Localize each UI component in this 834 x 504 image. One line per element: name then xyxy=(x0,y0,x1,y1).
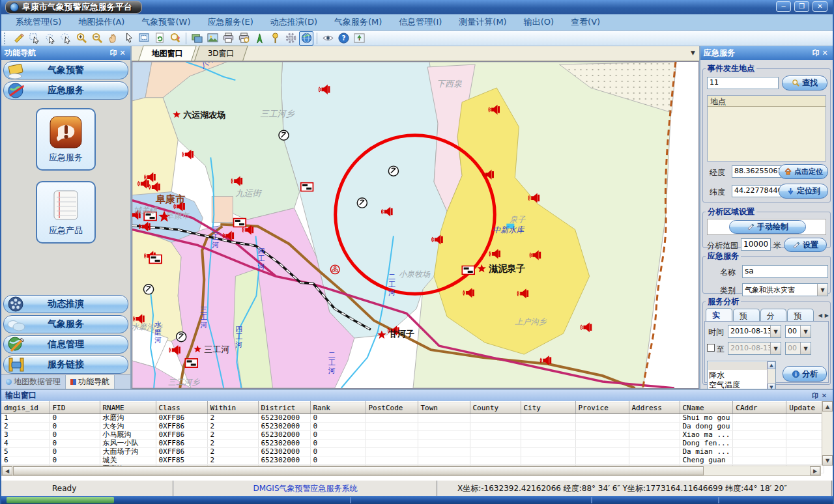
hour-combobox[interactable]: 00▼ xyxy=(785,325,811,338)
scroll-right-icon[interactable]: ▶ xyxy=(810,466,820,475)
type-combobox[interactable]: 气象和洪水灾害 ▼ xyxy=(742,283,828,296)
full-extent-icon[interactable] xyxy=(137,31,151,46)
column-header[interactable]: County xyxy=(470,402,521,414)
emergency-service-button[interactable]: 应急服务 xyxy=(36,108,96,171)
menu-item[interactable]: 应急服务(E) xyxy=(199,14,261,30)
locate-to-button[interactable]: 定位到 xyxy=(779,184,828,199)
search-button[interactable]: 查找 xyxy=(782,76,827,91)
refresh-icon[interactable] xyxy=(152,31,167,46)
tab-map-window[interactable]: 地图窗口 xyxy=(138,46,196,61)
mine-marker[interactable] xyxy=(279,130,289,140)
menu-item[interactable]: 信息管理(I) xyxy=(391,14,450,30)
tab-scroll-left-icon[interactable]: ◀ xyxy=(818,313,822,318)
chevron-down-icon[interactable]: ▼ xyxy=(817,284,827,296)
toolbar-grip[interactable] xyxy=(4,33,8,44)
flag-marker[interactable] xyxy=(301,183,313,191)
menu-item[interactable]: 气象服务(M) xyxy=(326,14,390,30)
column-header[interactable]: Within xyxy=(207,402,258,414)
print-preview-icon[interactable] xyxy=(237,31,251,46)
scrollbar-thumb[interactable] xyxy=(13,466,704,475)
close-icon[interactable]: ✕ xyxy=(820,392,829,399)
close-icon[interactable]: ✕ xyxy=(118,49,127,57)
column-header[interactable]: CAddr xyxy=(733,402,786,414)
manual-draw-button[interactable]: 手动绘制 xyxy=(729,220,806,234)
scene-icon[interactable] xyxy=(352,31,366,46)
table-horizontal-scrollbar[interactable]: ◀ ▶ xyxy=(1,466,821,476)
pointer-icon[interactable] xyxy=(121,31,136,46)
table-row[interactable]: 60城关0XFF8526523020000Cheng guan xyxy=(1,456,824,465)
flag-marker[interactable] xyxy=(462,266,474,274)
image-icon[interactable] xyxy=(205,31,220,46)
layers-icon[interactable] xyxy=(190,31,204,46)
table-row[interactable]: 50大面场子沟0XFF8626523020000Da mian ... xyxy=(1,448,824,456)
column-header[interactable]: dmgis_id xyxy=(1,402,50,414)
menu-item[interactable]: 气象预警(W) xyxy=(134,14,198,30)
column-header[interactable]: Class xyxy=(156,402,207,414)
table-row[interactable]: 20大冬沟0XFF8626523020000Da dong gou xyxy=(1,423,824,431)
flag-marker[interactable] xyxy=(149,255,162,263)
sidebar-item-weather-warning[interactable]: 气象预警 xyxy=(3,61,128,79)
sidebar-item-service-links[interactable]: 服务链接 xyxy=(3,356,128,374)
select-lasso-icon[interactable] xyxy=(59,31,73,46)
column-header[interactable]: FID xyxy=(50,402,100,414)
tab-scroll-right-icon[interactable]: ▶ xyxy=(825,313,829,318)
column-header[interactable]: Address xyxy=(629,402,680,414)
pin-icon[interactable]: 卬 xyxy=(811,391,820,400)
pan-icon[interactable] xyxy=(106,31,120,46)
mine-marker[interactable] xyxy=(357,198,367,208)
column-header[interactable]: Update xyxy=(786,402,824,414)
column-header[interactable]: City xyxy=(521,402,575,414)
emergency-product-button[interactable]: 应急产品 xyxy=(36,181,96,244)
scroll-up-icon[interactable]: ▲ xyxy=(822,401,833,412)
sidebar-item-info-management[interactable]: 信息管理 xyxy=(3,335,128,354)
column-header[interactable]: Town xyxy=(418,402,470,414)
analyze-button[interactable]: 分析 xyxy=(783,366,827,382)
close-icon[interactable]: ✕ xyxy=(820,49,829,57)
table-row[interactable]: 10水磨沟0XFF8626523020000Shui mo gou xyxy=(1,414,824,423)
name-input[interactable]: sa xyxy=(742,265,828,278)
zoom-query-icon[interactable] xyxy=(168,31,182,46)
print-icon[interactable] xyxy=(221,31,235,46)
chevron-down-icon[interactable]: ▼ xyxy=(800,326,811,337)
restore-button[interactable]: ❐ xyxy=(794,1,809,12)
flag-marker[interactable] xyxy=(185,359,197,367)
column-header[interactable]: CName xyxy=(680,402,733,414)
column-header[interactable]: RNAME xyxy=(100,402,156,414)
sidebar-item-dynamic-deduction[interactable]: 动态推演 xyxy=(3,295,128,313)
close-button[interactable]: ✕ xyxy=(812,1,827,12)
element-listbox[interactable]: 降水 空气温度 ▲ ▼ xyxy=(707,361,776,392)
chevron-down-icon[interactable]: ▼ xyxy=(770,326,781,337)
scroll-down-icon[interactable]: ▼ xyxy=(822,455,833,466)
mine-marker[interactable] xyxy=(388,166,398,176)
minimize-button[interactable]: ─ xyxy=(776,1,791,12)
pin-icon[interactable] xyxy=(268,31,282,46)
locate-click-button[interactable]: 点击定位 xyxy=(779,164,828,179)
zoom-in-icon[interactable] xyxy=(74,31,89,46)
map-canvas[interactable]: 六运湖农场三工河乡九运街阜康市城关镇阜康市下西泉滋泥泉子中新水库泉子小泉牧场上户… xyxy=(132,61,699,389)
globe-icon[interactable] xyxy=(299,31,313,46)
flag-marker[interactable] xyxy=(233,218,246,227)
list-item[interactable]: 降水 xyxy=(708,371,775,380)
zoom-out-icon[interactable] xyxy=(90,31,104,46)
table-row[interactable]: 40东风一小队0XFF8626523020000Dong fen... xyxy=(1,440,824,448)
sidebar-item-weather-service[interactable]: 气象服务 xyxy=(3,315,128,333)
select-polygon-icon[interactable] xyxy=(43,31,57,46)
set-button[interactable]: 设置 xyxy=(784,238,827,252)
tab-function-nav[interactable]: 功能导航 xyxy=(66,375,115,389)
scroll-left-icon[interactable]: ◀ xyxy=(2,466,12,475)
table-vertical-scrollbar[interactable]: ▲ ▼ xyxy=(822,401,833,466)
date-combobox[interactable]: 2010-08-13▼ xyxy=(728,325,781,338)
to-checkbox[interactable] xyxy=(707,344,715,352)
select-rect-icon[interactable] xyxy=(27,31,42,46)
location-list[interactable]: 地点 xyxy=(707,95,826,161)
pin-icon[interactable]: 卬 xyxy=(811,48,820,58)
list-item-faded[interactable] xyxy=(708,362,775,370)
column-header[interactable]: PostCode xyxy=(366,402,418,414)
menu-item[interactable]: 地图操作(A) xyxy=(70,14,132,30)
menu-item[interactable]: 输出(O) xyxy=(516,14,562,30)
latitude-input[interactable]: 44.22778446 xyxy=(732,185,781,197)
column-header[interactable]: District xyxy=(258,402,310,414)
menu-item[interactable]: 查看(V) xyxy=(563,14,608,30)
tab-3d-window[interactable]: 3D窗口 xyxy=(194,46,248,61)
table-row[interactable]: 30小马厩沟0XFF8626523020000Xiao ma ... xyxy=(1,431,824,440)
